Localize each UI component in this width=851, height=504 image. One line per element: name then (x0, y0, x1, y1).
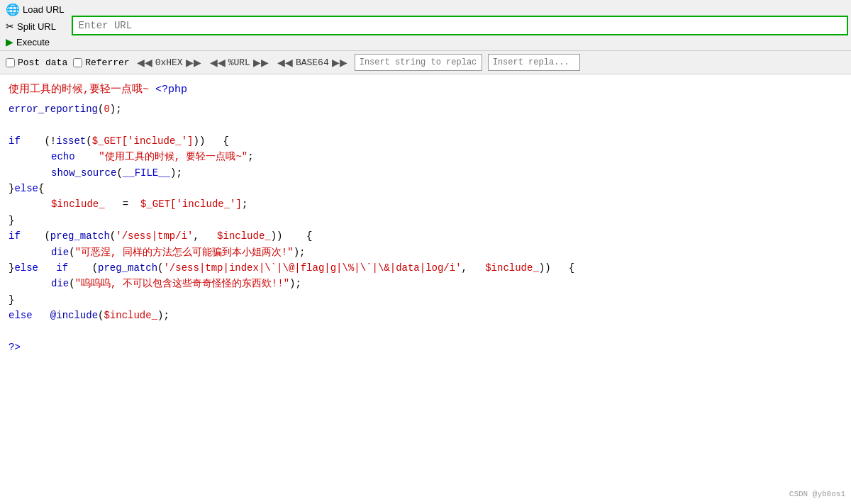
line-die1: die("可恶涅, 同样的方法怎么可能骗到本小姐两次!"); (9, 245, 842, 260)
hex-decode-button[interactable]: ◀◀ (135, 55, 154, 69)
base64-encode-button[interactable]: ▶▶ (330, 55, 349, 69)
referrer-checkbox[interactable] (73, 58, 82, 67)
url-codec-label: %URL (228, 57, 250, 68)
base64-decode-button[interactable]: ◀◀ (276, 55, 294, 69)
line-else-include: else @include($include_); (9, 308, 842, 323)
url-decode-button[interactable]: ◀◀ (208, 55, 227, 69)
split-url-icon: ✂ (6, 21, 14, 32)
code-display: 使用工具的时候,要轻一点哦~ <?php error_reporting(0);… (0, 74, 851, 464)
toolbar-row1: 🌐 Load URL ✂ Split URL ▶ Execute http://… (0, 0, 851, 51)
replace-string-input[interactable] (355, 54, 482, 71)
referrer-checkbox-label[interactable]: Referrer (73, 57, 129, 68)
split-url-label: Split URL (17, 21, 56, 32)
line-include-assign: $include_ = $_GET['include_']; (9, 196, 842, 212)
split-url-button[interactable]: ✂ Split URL (3, 19, 67, 33)
execute-button[interactable]: ▶ Execute (3, 35, 67, 49)
toolbar-row2: Post data Referrer ◀◀ 0xHEX ▶▶ ◀◀ %URL ▶… (0, 51, 851, 74)
post-data-label: Post data (18, 57, 67, 68)
comment-text: 使用工具的时候,要轻一点哦~ (9, 84, 155, 96)
replace-with-input[interactable] (488, 54, 580, 71)
line-if-isset: if (!isset($_GET['include_'])) { (9, 133, 842, 149)
post-data-checkbox[interactable] (6, 58, 15, 67)
load-url-icon: 🌐 (6, 3, 20, 16)
toolbar: 🌐 Load URL ✂ Split URL ▶ Execute http://… (0, 0, 851, 74)
execute-icon: ▶ (6, 36, 13, 47)
line-else-if-preg2: }else if (preg_match('/sess|tmp|index|\`… (9, 260, 842, 276)
line-error-reporting: error_reporting(0); (9, 101, 842, 117)
line-die2: die("呜呜呜, 不可以包含这些奇奇怪怪的东西欸!!"); (9, 276, 842, 291)
line-echo: echo "使用工具的时候, 要轻一点哦~"; (9, 149, 842, 164)
url-encode-button[interactable]: ▶▶ (252, 55, 270, 69)
line-if-preg1: if (preg_match('/sess|tmp/i', $include_)… (9, 228, 842, 244)
hex-codec-label: 0xHEX (155, 57, 183, 68)
php-close-tag: ?> (9, 342, 21, 353)
line-close-else: } (9, 213, 842, 228)
line-php-close: ?> (9, 340, 842, 355)
url-codec-group: ◀◀ %URL ▶▶ (208, 55, 270, 69)
url-input[interactable]: http://43.143.7.97:28928/t00llll.php (72, 16, 848, 35)
load-url-label: Load URL (23, 4, 65, 15)
base64-codec-group: ◀◀ BASE64 ▶▶ (276, 55, 349, 69)
post-data-checkbox-label[interactable]: Post data (6, 57, 67, 68)
line-else-open: }else{ (9, 181, 842, 196)
execute-label: Execute (16, 37, 50, 47)
referrer-label: Referrer (85, 57, 129, 68)
left-action-buttons: 🌐 Load URL ✂ Split URL ▶ Execute (3, 1, 67, 49)
line-close-elseif: } (9, 292, 842, 308)
hex-encode-button[interactable]: ▶▶ (184, 55, 203, 69)
comment-line: 使用工具的时候,要轻一点哦~ <?php (9, 82, 842, 99)
hex-codec-group: ◀◀ 0xHEX ▶▶ (135, 55, 203, 69)
php-open-tag: <?php (155, 84, 187, 96)
load-url-button[interactable]: 🌐 Load URL (3, 1, 67, 18)
line-show-source: show_source(__FILE__); (9, 165, 842, 181)
base64-codec-label: BASE64 (296, 57, 329, 68)
